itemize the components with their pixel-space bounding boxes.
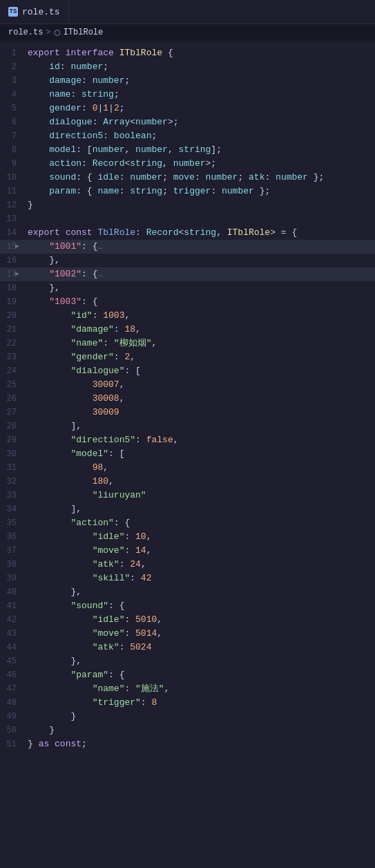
- line-content-8: model: [number, number, string];: [28, 143, 375, 157]
- line-6: 6 dialogue: Array<number>;: [0, 115, 375, 129]
- line-content-27: 30009: [28, 406, 375, 419]
- line-2: 2 id: number;: [0, 60, 375, 74]
- line-num-48: 48: [0, 696, 28, 710]
- line-content-42: "idle": 5010,: [28, 613, 375, 627]
- line-num-35: 35: [0, 516, 28, 530]
- line-num-10: 10: [0, 171, 28, 185]
- line-content-13: [28, 212, 375, 226]
- line-num-23: 23: [0, 350, 28, 364]
- line-content-43: "move": 5014,: [28, 627, 375, 641]
- line-content-29: "direction5": false,: [28, 433, 375, 447]
- line-num-41: 41: [0, 599, 28, 613]
- tab-filename: role.ts: [22, 7, 60, 17]
- line-40: 40 },: [0, 585, 375, 599]
- line-content-39: "skill": 42: [28, 572, 375, 585]
- line-7: 7 direction5: boolean;: [0, 129, 375, 143]
- line-content-24: "dialogue": [: [28, 364, 375, 378]
- line-9: 9 action: Record<string, number>;: [0, 157, 375, 171]
- line-content-35: "action": {: [28, 516, 375, 530]
- line-44: 44 "atk": 5024: [0, 641, 375, 654]
- line-content-12: }: [28, 198, 375, 212]
- line-content-38: "atk": 24,: [28, 558, 375, 572]
- line-19: 19 "1003": {: [0, 295, 375, 309]
- line-46: 46 "param": {: [0, 668, 375, 682]
- collapse-arrow-1001[interactable]: ▶: [15, 240, 19, 254]
- line-content-18: },: [28, 281, 375, 295]
- line-content-17: "1002": {…: [28, 267, 375, 281]
- line-num-40: 40: [0, 585, 28, 599]
- line-content-49: }: [28, 710, 375, 724]
- line-8: 8 model: [number, number, string];: [0, 143, 375, 157]
- line-content-26: 30008,: [28, 392, 375, 406]
- line-num-12: 12: [0, 198, 28, 212]
- line-29: 29 "direction5": false,: [0, 433, 375, 447]
- line-35: 35 "action": {: [0, 516, 375, 530]
- line-51: 51 } as const;: [0, 737, 375, 751]
- line-num-29: 29: [0, 433, 28, 447]
- line-content-33: "liuruyan": [28, 489, 375, 502]
- line-num-8: 8: [0, 143, 28, 157]
- line-num-13: 13: [0, 212, 28, 226]
- line-content-15: "1001": {…: [28, 240, 375, 254]
- line-num-2: 2: [0, 60, 28, 74]
- line-num-37: 37: [0, 544, 28, 558]
- line-num-27: 27: [0, 406, 28, 419]
- line-num-19: 19: [0, 295, 28, 309]
- collapse-arrow-1002[interactable]: ▶: [15, 267, 19, 281]
- line-30: 30 "model": [: [0, 447, 375, 461]
- line-content-10: sound: { idle: number; move: number; atk…: [28, 171, 375, 185]
- line-24: 24 "dialogue": [: [0, 364, 375, 378]
- line-33: 33 "liuruyan": [0, 489, 375, 502]
- line-34: 34 ],: [0, 502, 375, 516]
- line-content-23: "gender": 2,: [28, 350, 375, 364]
- line-32: 32 180,: [0, 475, 375, 489]
- ts-icon: TS: [8, 7, 18, 17]
- line-num-50: 50: [0, 724, 28, 737]
- line-10: 10 sound: { idle: number; move: number; …: [0, 171, 375, 185]
- line-num-44: 44: [0, 641, 28, 654]
- line-39: 39 "skill": 42: [0, 572, 375, 585]
- line-content-40: },: [28, 585, 375, 599]
- line-11: 11 param: { name: string; trigger: numbe…: [0, 185, 375, 198]
- line-content-6: dialogue: Array<number>;: [28, 115, 375, 129]
- line-content-28: ],: [28, 419, 375, 433]
- line-num-47: 47: [0, 682, 28, 696]
- line-num-11: 11: [0, 185, 28, 198]
- line-content-1: export interface ITblRole {: [28, 46, 375, 60]
- line-21: 21 "damage": 18,: [0, 323, 375, 337]
- line-num-42: 42: [0, 613, 28, 627]
- line-1: 1 export interface ITblRole {: [0, 46, 375, 60]
- tab-role-ts[interactable]: TS role.ts: [0, 0, 69, 23]
- line-content-37: "move": 14,: [28, 544, 375, 558]
- line-num-7: 7: [0, 129, 28, 143]
- line-num-25: 25: [0, 378, 28, 392]
- line-num-43: 43: [0, 627, 28, 641]
- line-num-28: 28: [0, 419, 28, 433]
- line-41: 41 "sound": {: [0, 599, 375, 613]
- line-12: 12 }: [0, 198, 375, 212]
- line-content-31: 98,: [28, 461, 375, 475]
- line-content-32: 180,: [28, 475, 375, 489]
- line-num-39: 39: [0, 572, 28, 585]
- line-17: 17 ▶ "1002": {…: [0, 267, 375, 281]
- line-48: 48 "trigger": 8: [0, 696, 375, 710]
- line-num-20: 20: [0, 309, 28, 323]
- line-content-34: ],: [28, 502, 375, 516]
- line-25: 25 30007,: [0, 378, 375, 392]
- line-num-31: 31: [0, 461, 28, 475]
- line-content-45: },: [28, 654, 375, 668]
- line-content-30: "model": [: [28, 447, 375, 461]
- line-content-9: action: Record<string, number>;: [28, 157, 375, 171]
- line-num-26: 26: [0, 392, 28, 406]
- tab-bar: TS role.ts: [0, 0, 375, 24]
- line-28: 28 ],: [0, 419, 375, 433]
- line-content-48: "trigger": 8: [28, 696, 375, 710]
- breadcrumb-icon: ⬡: [54, 28, 61, 37]
- line-num-32: 32: [0, 475, 28, 489]
- line-num-30: 30: [0, 447, 28, 461]
- line-4: 4 name: string;: [0, 88, 375, 102]
- line-num-15: 15: [0, 240, 28, 254]
- line-num-24: 24: [0, 364, 28, 378]
- line-content-25: 30007,: [28, 378, 375, 392]
- line-num-45: 45: [0, 654, 28, 668]
